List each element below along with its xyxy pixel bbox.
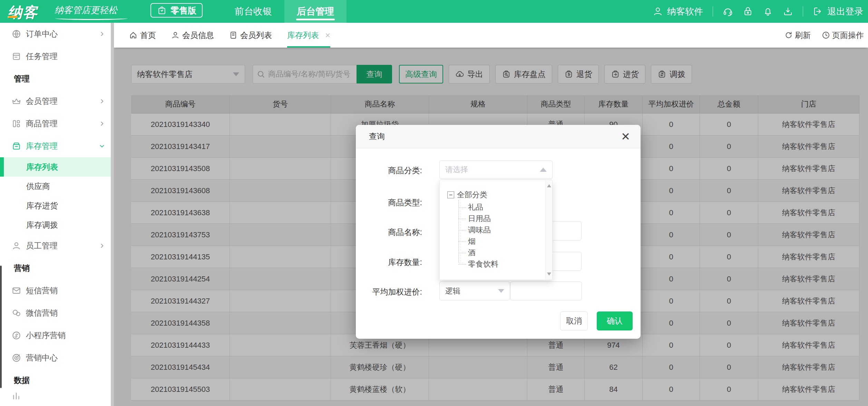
sidebar-scrollbar[interactable] — [111, 23, 114, 406]
logout-label: 退出登录 — [827, 6, 863, 18]
sidebar-subitem-库存列表[interactable]: 库存列表 — [0, 157, 114, 177]
bell-icon[interactable] — [763, 6, 773, 17]
price-label: 平均加权进价: — [361, 287, 422, 297]
lock-icon[interactable] — [743, 6, 753, 17]
refresh-icon — [784, 31, 793, 39]
tree-node-日用品[interactable]: 日用品 — [458, 213, 552, 224]
category-label: 商品分类: — [361, 165, 422, 176]
logic-select[interactable]: 逻辑 — [439, 281, 510, 300]
tree-children: 礼品日用品调味品烟酒零食饮料 — [458, 201, 552, 270]
box-icon — [12, 141, 21, 151]
crown-icon — [12, 97, 21, 106]
tab-会员列表[interactable]: 会员列表 — [229, 23, 272, 48]
goods-icon — [12, 119, 21, 128]
tree-root-node[interactable]: − 全部分类 — [447, 189, 552, 201]
doc-icon — [229, 31, 237, 39]
tree-node-调味品[interactable]: 调味品 — [458, 224, 552, 236]
quantity-label: 库存数量: — [361, 257, 422, 268]
topbar: 纳客 纳客管店更轻松 零售版 前台收银后台管理 纳客软件 退出登录 — [0, 0, 868, 23]
logout-icon — [813, 6, 823, 17]
chevron-up-icon — [540, 168, 547, 172]
sidebar-item-短信营销[interactable]: 短信营销 — [0, 279, 114, 302]
page-operations-label: 页面操作 — [832, 30, 864, 41]
logout-button[interactable]: 退出登录 — [813, 6, 863, 18]
user-menu[interactable]: 纳客软件 — [653, 6, 703, 18]
sidebar-left-scroll-thumb[interactable] — [0, 266, 2, 388]
sidebar-item-会员管理[interactable]: 会员管理 — [0, 90, 114, 112]
chevron-down-icon — [498, 289, 504, 293]
sidebar-subitem-供应商[interactable]: 供应商 — [0, 177, 114, 196]
active-tab-underline — [296, 19, 335, 20]
category-tree: − 全部分类 礼品日用品调味品烟酒零食饮料 — [440, 180, 552, 270]
sidebar-item-库存管理[interactable]: 库存管理 — [0, 135, 114, 157]
scroll-up-icon[interactable] — [547, 184, 551, 187]
brand-logo: 纳客 — [8, 3, 38, 22]
category-select[interactable]: 请选择 — [439, 160, 553, 179]
sidebar-item-商品管理[interactable]: 商品管理 — [0, 112, 114, 135]
person-icon — [12, 241, 21, 250]
topbar-right: 纳客软件 退出登录 — [653, 0, 863, 23]
tree-node-零食饮料[interactable]: 零食饮料 — [458, 258, 552, 270]
sidebar-item-员工管理[interactable]: 员工管理 — [0, 235, 114, 257]
price-input[interactable] — [510, 281, 582, 300]
mail-icon — [12, 286, 21, 295]
tree-scrollbar[interactable] — [545, 180, 552, 280]
dialog-title: 查询 — [369, 131, 385, 142]
sidebar: 订单中心任务管理管理会员管理商品管理库存管理库存列表供应商库存进货库存调拨员工管… — [0, 23, 114, 406]
page-operations-button[interactable]: 页面操作 — [822, 30, 864, 41]
sidebar-subitem-库存调拨[interactable]: 库存调拨 — [0, 215, 114, 235]
sidebar-section-营销: 营销 — [0, 257, 114, 279]
sidebar-item-营销中心[interactable]: 营销中心 — [0, 347, 114, 369]
brand-logo-accent — [8, 16, 18, 18]
category-tree-dropdown: − 全部分类 礼品日用品调味品烟酒零食饮料 — [439, 180, 553, 280]
wechat-icon — [12, 308, 21, 318]
chart-icon — [12, 392, 21, 400]
tree-node-礼品[interactable]: 礼品 — [458, 201, 552, 213]
name-label: 商品名称: — [361, 227, 422, 238]
cancel-button[interactable]: 取消 — [560, 311, 588, 330]
divider — [803, 6, 803, 17]
miniapp-icon — [12, 331, 21, 340]
brand-slogan: 纳客管店更轻松 — [55, 4, 117, 16]
collapse-icon[interactable]: − — [447, 191, 454, 198]
sidebar-item-小程序营销[interactable]: 小程序营销 — [0, 324, 114, 347]
query-dialog: 查询 ✕ 商品分类: 请选择 商品类型: 商品名称: 库存数量: 平均加权进价:… — [356, 125, 641, 339]
sidebar-subitem-库存进货[interactable]: 库存进货 — [0, 196, 114, 215]
tab-会员信息[interactable]: 会员信息 — [171, 23, 214, 48]
tab-bar: 首页会员信息会员列表库存列表× 刷新 页面操作 — [114, 23, 868, 48]
tabs: 首页会员信息会员列表库存列表× — [129, 23, 345, 48]
main-area: 首页会员信息会员列表库存列表× 刷新 页面操作 纳客软件零售店 — [114, 23, 868, 406]
refresh-label: 刷新 — [795, 30, 811, 41]
edition-badge-label: 零售版 — [170, 5, 196, 16]
topnav-tab-前台收银[interactable]: 前台收银 — [222, 0, 284, 23]
tree-root-label: 全部分类 — [457, 190, 487, 200]
sidebar-item-微信营销[interactable]: 微信营销 — [0, 302, 114, 324]
topnav-tab-后台管理[interactable]: 后台管理 — [284, 0, 347, 23]
divider — [713, 6, 713, 17]
shopping-bag-icon — [157, 5, 167, 16]
sidebar-section-管理: 管理 — [0, 68, 114, 90]
headset-icon[interactable] — [723, 6, 733, 17]
confirm-button[interactable]: 确认 — [597, 311, 633, 330]
sidebar-section-数据: 数据 — [0, 369, 114, 392]
task-icon — [12, 52, 21, 61]
close-icon[interactable]: ✕ — [621, 131, 630, 142]
tree-node-烟[interactable]: 烟 — [458, 236, 552, 247]
tree-node-酒[interactable]: 酒 — [458, 247, 552, 258]
sidebar-item-订单中心[interactable]: 订单中心 — [0, 23, 114, 45]
scroll-down-icon[interactable] — [547, 273, 551, 276]
edition-badge: 零售版 — [150, 3, 203, 18]
sidebar-item-partial[interactable] — [0, 392, 114, 406]
chevron-right-icon — [99, 98, 105, 104]
sidebar-item-任务管理[interactable]: 任务管理 — [0, 45, 114, 68]
close-tab-icon[interactable]: × — [325, 30, 330, 41]
refresh-button[interactable]: 刷新 — [784, 30, 811, 41]
globe-icon — [12, 29, 21, 39]
clock-icon — [822, 31, 830, 39]
tab-首页[interactable]: 首页 — [129, 23, 156, 48]
type-label: 商品类型: — [361, 197, 422, 208]
chevron-right-icon — [99, 243, 105, 249]
chevron-right-icon — [99, 31, 105, 37]
download-icon[interactable] — [783, 6, 793, 17]
tab-库存列表[interactable]: 库存列表× — [287, 23, 330, 48]
